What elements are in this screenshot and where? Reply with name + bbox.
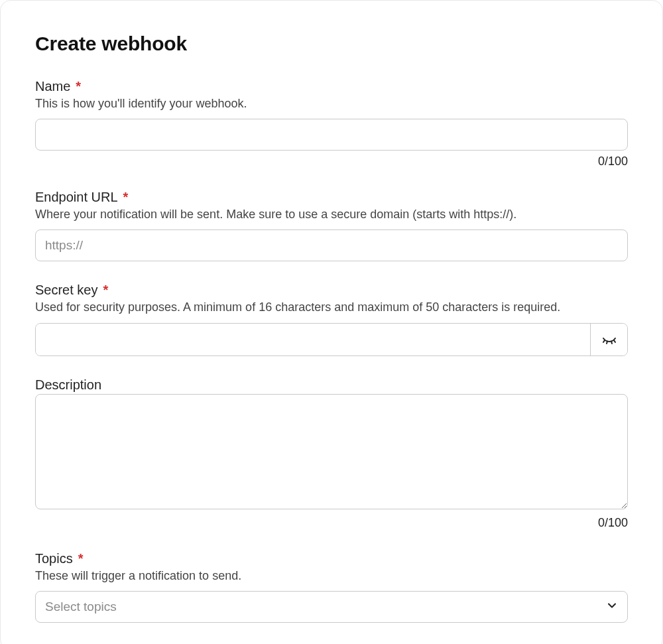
create-webhook-card: Create webhook Name * This is how you'll… xyxy=(0,0,663,644)
field-endpoint-label-row: Endpoint URL * xyxy=(35,190,628,205)
toggle-visibility-button[interactable] xyxy=(590,324,627,355)
field-endpoint: Endpoint URL * Where your notification w… xyxy=(35,190,628,261)
field-name-label: Name xyxy=(35,79,70,94)
eye-closed-icon xyxy=(601,332,617,348)
required-asterisk-icon: * xyxy=(78,552,84,565)
field-name-help: This is how you'll identify your webhook… xyxy=(35,96,628,112)
field-secret-label: Secret key xyxy=(35,283,97,298)
field-description-label: Description xyxy=(35,377,101,393)
description-textarea[interactable] xyxy=(35,394,628,509)
field-topics-help: These will trigger a notification to sen… xyxy=(35,568,628,584)
topics-select-placeholder: Select topics xyxy=(45,600,117,614)
required-asterisk-icon: * xyxy=(123,190,129,204)
field-secret-label-row: Secret key * xyxy=(35,283,628,298)
field-endpoint-help: Where your notification will be sent. Ma… xyxy=(35,206,628,223)
topics-select[interactable]: Select topics xyxy=(35,591,628,623)
field-description: Description 0/100 xyxy=(35,377,628,530)
topics-select-wrap: Select topics xyxy=(35,591,628,623)
field-topics-label-row: Topics * xyxy=(35,551,628,566)
field-description-label-row: Description xyxy=(35,377,628,393)
description-char-counter: 0/100 xyxy=(35,516,628,530)
svg-line-2 xyxy=(611,341,612,344)
field-secret-help: Used for security purposes. A minimum of… xyxy=(35,299,628,316)
required-asterisk-icon: * xyxy=(76,80,81,93)
svg-line-3 xyxy=(614,340,615,342)
endpoint-input[interactable] xyxy=(35,229,628,261)
page-title: Create webhook xyxy=(35,32,628,55)
secret-input-wrap xyxy=(35,323,628,356)
name-char-counter: 0/100 xyxy=(35,155,628,168)
secret-input[interactable] xyxy=(36,324,590,355)
field-topics: Topics * These will trigger a notificati… xyxy=(35,551,628,623)
field-secret: Secret key * Used for security purposes.… xyxy=(35,283,628,355)
field-name-label-row: Name * xyxy=(35,79,628,94)
field-endpoint-label: Endpoint URL xyxy=(35,190,118,205)
field-name: Name * This is how you'll identify your … xyxy=(35,79,628,168)
svg-line-0 xyxy=(603,340,605,342)
name-input[interactable] xyxy=(35,119,628,151)
field-topics-label: Topics xyxy=(35,551,73,566)
svg-line-1 xyxy=(607,341,607,344)
required-asterisk-icon: * xyxy=(103,283,108,296)
